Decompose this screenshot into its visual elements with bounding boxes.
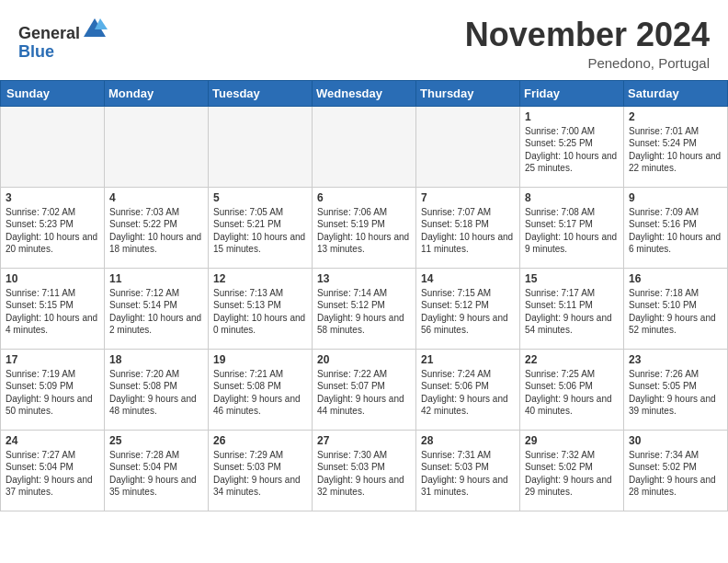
calendar-header-row: SundayMondayTuesdayWednesdayThursdayFrid… bbox=[1, 80, 728, 106]
day-info: Sunrise: 7:03 AMSunset: 5:22 PMDaylight:… bbox=[109, 206, 204, 256]
logo-blue-label: Blue bbox=[18, 42, 54, 61]
page: General Blue November 2024 Penedono, Por… bbox=[0, 0, 728, 511]
day-info: Sunrise: 7:11 AMSunset: 5:15 PMDaylight:… bbox=[6, 287, 100, 337]
day-info: Sunrise: 7:08 AMSunset: 5:17 PMDaylight:… bbox=[525, 206, 620, 256]
calendar-cell: 2Sunrise: 7:01 AMSunset: 5:24 PMDaylight… bbox=[624, 106, 728, 187]
calendar-table: SundayMondayTuesdayWednesdayThursdayFrid… bbox=[0, 80, 728, 511]
day-info: Sunrise: 7:20 AMSunset: 5:08 PMDaylight:… bbox=[109, 368, 204, 418]
day-number: 2 bbox=[629, 110, 723, 123]
day-info: Sunrise: 7:07 AMSunset: 5:18 PMDaylight:… bbox=[421, 206, 516, 256]
calendar-cell: 17Sunrise: 7:19 AMSunset: 5:09 PMDayligh… bbox=[1, 349, 105, 430]
day-info: Sunrise: 7:18 AMSunset: 5:10 PMDaylight:… bbox=[629, 287, 723, 337]
calendar-cell: 24Sunrise: 7:27 AMSunset: 5:04 PMDayligh… bbox=[1, 430, 105, 511]
day-number: 12 bbox=[213, 272, 308, 285]
day-header-sunday: Sunday bbox=[1, 80, 105, 106]
calendar-cell: 26Sunrise: 7:29 AMSunset: 5:03 PMDayligh… bbox=[209, 430, 313, 511]
logo-icon bbox=[82, 17, 108, 39]
day-header-tuesday: Tuesday bbox=[209, 80, 313, 106]
day-info: Sunrise: 7:06 AMSunset: 5:19 PMDaylight:… bbox=[317, 206, 412, 256]
calendar-cell: 29Sunrise: 7:32 AMSunset: 5:02 PMDayligh… bbox=[520, 430, 624, 511]
day-info: Sunrise: 7:22 AMSunset: 5:07 PMDaylight:… bbox=[317, 368, 412, 418]
calendar-cell bbox=[1, 106, 105, 187]
calendar-cell: 13Sunrise: 7:14 AMSunset: 5:12 PMDayligh… bbox=[313, 268, 416, 349]
day-info: Sunrise: 7:29 AMSunset: 5:03 PMDaylight:… bbox=[213, 449, 308, 499]
title-block: November 2024 Penedono, Portugal bbox=[465, 17, 710, 71]
day-number: 9 bbox=[629, 191, 723, 204]
day-number: 24 bbox=[6, 434, 100, 447]
day-info: Sunrise: 7:27 AMSunset: 5:04 PMDaylight:… bbox=[6, 449, 100, 499]
calendar-cell: 11Sunrise: 7:12 AMSunset: 5:14 PMDayligh… bbox=[105, 268, 209, 349]
calendar-cell bbox=[209, 106, 313, 187]
day-header-thursday: Thursday bbox=[416, 80, 520, 106]
day-number: 8 bbox=[525, 191, 620, 204]
day-number: 11 bbox=[109, 272, 204, 285]
day-number: 29 bbox=[525, 434, 620, 447]
calendar-cell: 19Sunrise: 7:21 AMSunset: 5:08 PMDayligh… bbox=[209, 349, 313, 430]
calendar-cell: 1Sunrise: 7:00 AMSunset: 5:25 PMDaylight… bbox=[520, 106, 624, 187]
logo-general: General bbox=[18, 24, 80, 42]
day-info: Sunrise: 7:13 AMSunset: 5:13 PMDaylight:… bbox=[213, 287, 308, 337]
calendar-cell: 12Sunrise: 7:13 AMSunset: 5:13 PMDayligh… bbox=[209, 268, 313, 349]
day-info: Sunrise: 7:12 AMSunset: 5:14 PMDaylight:… bbox=[109, 287, 204, 337]
calendar-cell: 10Sunrise: 7:11 AMSunset: 5:15 PMDayligh… bbox=[1, 268, 105, 349]
day-number: 23 bbox=[629, 353, 723, 366]
logo-blue-text: Blue bbox=[18, 43, 108, 62]
calendar-cell: 9Sunrise: 7:09 AMSunset: 5:16 PMDaylight… bbox=[624, 187, 728, 268]
day-info: Sunrise: 7:28 AMSunset: 5:04 PMDaylight:… bbox=[109, 449, 204, 499]
day-info: Sunrise: 7:17 AMSunset: 5:11 PMDaylight:… bbox=[525, 287, 620, 337]
calendar-cell: 28Sunrise: 7:31 AMSunset: 5:03 PMDayligh… bbox=[416, 430, 520, 511]
day-number: 13 bbox=[317, 272, 412, 285]
day-info: Sunrise: 7:14 AMSunset: 5:12 PMDaylight:… bbox=[317, 287, 412, 337]
day-number: 25 bbox=[109, 434, 204, 447]
day-number: 14 bbox=[421, 272, 516, 285]
day-info: Sunrise: 7:09 AMSunset: 5:16 PMDaylight:… bbox=[629, 206, 723, 256]
calendar-cell: 21Sunrise: 7:24 AMSunset: 5:06 PMDayligh… bbox=[416, 349, 520, 430]
calendar-cell: 30Sunrise: 7:34 AMSunset: 5:02 PMDayligh… bbox=[624, 430, 728, 511]
calendar-week-5: 24Sunrise: 7:27 AMSunset: 5:04 PMDayligh… bbox=[1, 430, 728, 511]
calendar-cell: 25Sunrise: 7:28 AMSunset: 5:04 PMDayligh… bbox=[105, 430, 209, 511]
logo: General Blue bbox=[18, 17, 108, 62]
calendar-cell: 4Sunrise: 7:03 AMSunset: 5:22 PMDaylight… bbox=[105, 187, 209, 268]
day-number: 19 bbox=[213, 353, 308, 366]
calendar-cell: 8Sunrise: 7:08 AMSunset: 5:17 PMDaylight… bbox=[520, 187, 624, 268]
day-number: 4 bbox=[109, 191, 204, 204]
day-info: Sunrise: 7:02 AMSunset: 5:23 PMDaylight:… bbox=[6, 206, 100, 256]
calendar-week-1: 1Sunrise: 7:00 AMSunset: 5:25 PMDaylight… bbox=[1, 106, 728, 187]
day-header-saturday: Saturday bbox=[624, 80, 728, 106]
calendar-cell bbox=[105, 106, 209, 187]
calendar-cell: 7Sunrise: 7:07 AMSunset: 5:18 PMDaylight… bbox=[416, 187, 520, 268]
day-number: 5 bbox=[213, 191, 308, 204]
day-number: 3 bbox=[6, 191, 100, 204]
day-number: 20 bbox=[317, 353, 412, 366]
calendar-cell: 27Sunrise: 7:30 AMSunset: 5:03 PMDayligh… bbox=[313, 430, 416, 511]
day-info: Sunrise: 7:21 AMSunset: 5:08 PMDaylight:… bbox=[213, 368, 308, 418]
calendar-week-2: 3Sunrise: 7:02 AMSunset: 5:23 PMDaylight… bbox=[1, 187, 728, 268]
calendar-cell: 15Sunrise: 7:17 AMSunset: 5:11 PMDayligh… bbox=[520, 268, 624, 349]
calendar-cell: 3Sunrise: 7:02 AMSunset: 5:23 PMDaylight… bbox=[1, 187, 105, 268]
day-number: 6 bbox=[317, 191, 412, 204]
day-info: Sunrise: 7:32 AMSunset: 5:02 PMDaylight:… bbox=[525, 449, 620, 499]
day-info: Sunrise: 7:26 AMSunset: 5:05 PMDaylight:… bbox=[629, 368, 723, 418]
calendar-cell: 20Sunrise: 7:22 AMSunset: 5:07 PMDayligh… bbox=[313, 349, 416, 430]
calendar-cell bbox=[313, 106, 416, 187]
day-number: 1 bbox=[525, 110, 620, 123]
day-number: 7 bbox=[421, 191, 516, 204]
calendar-cell: 22Sunrise: 7:25 AMSunset: 5:06 PMDayligh… bbox=[520, 349, 624, 430]
location-title: Penedono, Portugal bbox=[465, 55, 710, 71]
day-number: 28 bbox=[421, 434, 516, 447]
day-number: 16 bbox=[629, 272, 723, 285]
calendar-cell: 23Sunrise: 7:26 AMSunset: 5:05 PMDayligh… bbox=[624, 349, 728, 430]
day-info: Sunrise: 7:31 AMSunset: 5:03 PMDaylight:… bbox=[421, 449, 516, 499]
day-number: 21 bbox=[421, 353, 516, 366]
day-number: 17 bbox=[6, 353, 100, 366]
day-header-wednesday: Wednesday bbox=[313, 80, 416, 106]
calendar-week-4: 17Sunrise: 7:19 AMSunset: 5:09 PMDayligh… bbox=[1, 349, 728, 430]
day-info: Sunrise: 7:19 AMSunset: 5:09 PMDaylight:… bbox=[6, 368, 100, 418]
calendar-week-3: 10Sunrise: 7:11 AMSunset: 5:15 PMDayligh… bbox=[1, 268, 728, 349]
day-number: 26 bbox=[213, 434, 308, 447]
calendar-cell bbox=[416, 106, 520, 187]
day-info: Sunrise: 7:00 AMSunset: 5:25 PMDaylight:… bbox=[525, 125, 620, 175]
calendar-cell: 14Sunrise: 7:15 AMSunset: 5:12 PMDayligh… bbox=[416, 268, 520, 349]
header: General Blue November 2024 Penedono, Por… bbox=[0, 0, 728, 80]
logo-text: General bbox=[18, 17, 108, 43]
